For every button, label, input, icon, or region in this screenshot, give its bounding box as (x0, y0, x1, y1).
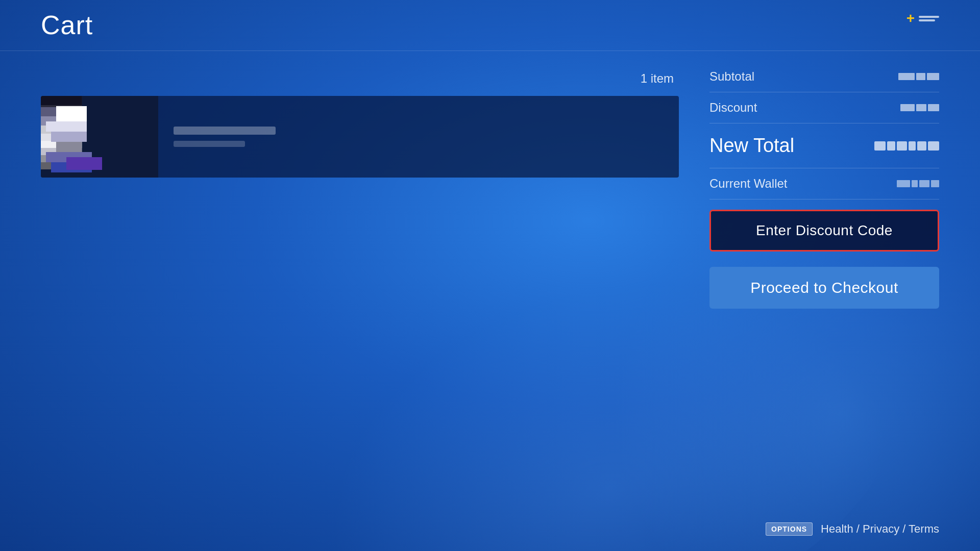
discount-row: Discount (709, 92, 939, 123)
psplus-bars (919, 16, 939, 21)
subtotal-pixel-2 (916, 73, 925, 80)
thumbnail-canvas (41, 96, 158, 178)
item-count: 1 item (41, 71, 679, 86)
psplus-bar-1 (919, 16, 939, 18)
new-total-label: New Total (709, 135, 794, 157)
item-details (158, 116, 291, 157)
wallet-pixel-2 (912, 180, 918, 187)
proceed-to-checkout-button[interactable]: Proceed to Checkout (709, 267, 939, 309)
cart-panel: 1 item (41, 51, 709, 551)
wallet-pixel-3 (919, 180, 929, 187)
subtotal-label: Subtotal (709, 69, 754, 84)
discount-pixel-2 (916, 104, 926, 111)
discount-pixel-3 (928, 104, 939, 111)
subtotal-pixel-1 (898, 73, 915, 80)
options-badge[interactable]: OPTIONS (766, 522, 813, 536)
summary-panel: Subtotal Discount New Total (709, 51, 939, 551)
new-total-pixel-1 (874, 141, 886, 151)
current-wallet-value (897, 180, 939, 187)
psplus-cross-icon: + (906, 10, 915, 27)
subtotal-value (898, 73, 939, 80)
footer-links-text[interactable]: Health / Privacy / Terms (821, 522, 939, 536)
wallet-pixel-4 (931, 180, 939, 187)
discount-value (900, 104, 939, 111)
footer-links: OPTIONS Health / Privacy / Terms (766, 522, 939, 536)
new-total-pixel-5 (917, 141, 926, 151)
psplus-icon-area: + (906, 10, 939, 27)
new-total-value (874, 141, 939, 151)
discount-pixel-1 (900, 104, 915, 111)
psplus-bar-2 (919, 19, 935, 21)
discount-label: Discount (709, 101, 757, 115)
item-thumbnail (41, 96, 158, 178)
cart-item (41, 96, 679, 178)
subtotal-pixel-3 (927, 73, 939, 80)
current-wallet-label: Current Wallet (709, 177, 787, 191)
item-sub-placeholder (174, 141, 245, 147)
new-total-pixel-6 (928, 141, 939, 151)
new-total-pixel-2 (887, 141, 895, 151)
item-name-placeholder (174, 127, 276, 135)
current-wallet-row: Current Wallet (709, 168, 939, 199)
new-total-row: New Total (709, 123, 939, 168)
main-content: 1 item Subtotal Discount (0, 51, 980, 551)
new-total-pixel-3 (897, 141, 907, 151)
wallet-pixel-1 (897, 180, 910, 187)
new-total-pixel-4 (909, 141, 916, 151)
page-title: Cart (41, 10, 93, 40)
topbar: Cart + (0, 0, 980, 51)
discount-code-button[interactable]: Enter Discount Code (709, 210, 939, 252)
subtotal-row: Subtotal (709, 61, 939, 92)
